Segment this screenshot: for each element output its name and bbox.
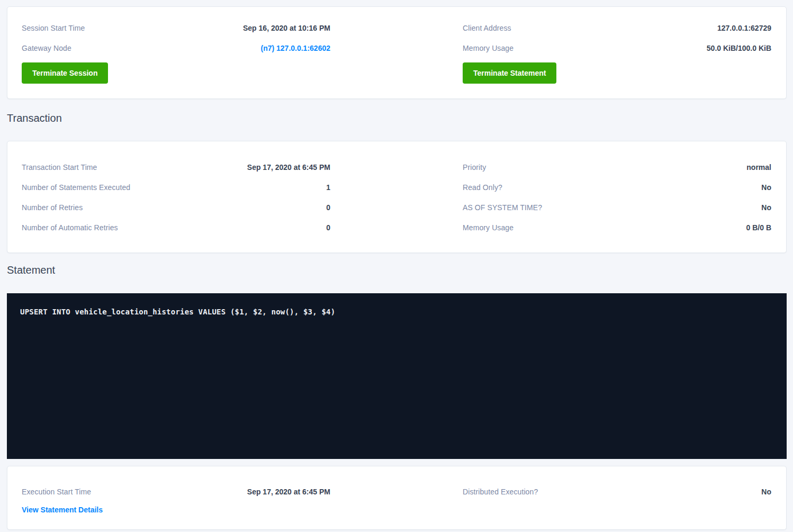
statement-heading: Statement	[7, 264, 787, 276]
transaction-card-left-column: Transaction Start Time Sep 17, 2020 at 6…	[22, 157, 330, 238]
distributed-execution-value: No	[761, 488, 771, 496]
transaction-memory-usage-value: 0 B/0 B	[746, 223, 771, 232]
statement-card-left-column: Execution Start Time Sep 17, 2020 at 6:4…	[22, 482, 330, 515]
sql-statement-text: UPSERT INTO vehicle_location_histories V…	[20, 308, 773, 316]
automatic-retries-label: Number of Automatic Retries	[22, 223, 118, 232]
view-statement-details-row: View Statement Details	[22, 504, 330, 515]
retries-value: 0	[326, 203, 330, 212]
statements-executed-value: 1	[326, 183, 330, 192]
session-card-left-column: Session Start Time Sep 16, 2020 at 10:16…	[22, 18, 330, 84]
statement-details-card: Execution Start Time Sep 17, 2020 at 6:4…	[7, 466, 787, 530]
transaction-memory-usage-label: Memory Usage	[463, 223, 513, 232]
automatic-retries-value: 0	[326, 223, 330, 232]
client-address-label: Client Address	[463, 24, 511, 32]
session-memory-usage-value: 50.0 KiB/100.0 KiB	[707, 44, 771, 52]
session-start-time-value: Sep 16, 2020 at 10:16 PM	[243, 24, 330, 32]
client-address-row: Client Address 127.0.0.1:62729	[463, 18, 771, 38]
session-start-time-label: Session Start Time	[22, 24, 85, 32]
read-only-value: No	[761, 183, 771, 192]
session-start-time-row: Session Start Time Sep 16, 2020 at 10:16…	[22, 18, 330, 38]
read-only-label: Read Only?	[463, 183, 502, 192]
priority-label: Priority	[463, 163, 486, 172]
transaction-start-time-label: Transaction Start Time	[22, 163, 97, 172]
gateway-node-row: Gateway Node (n7) 127.0.0.1:62602	[22, 38, 330, 58]
transaction-card: Transaction Start Time Sep 17, 2020 at 6…	[7, 141, 787, 253]
transaction-start-time-row: Transaction Start Time Sep 17, 2020 at 6…	[22, 157, 330, 177]
transaction-card-right-column: Priority normal Read Only? No AS OF SYST…	[463, 157, 771, 238]
terminate-statement-button[interactable]: Terminate Statement	[463, 62, 556, 84]
as-of-system-time-label: AS OF SYSTEM TIME?	[463, 203, 542, 212]
execution-start-time-label: Execution Start Time	[22, 488, 91, 496]
as-of-system-time-row: AS OF SYSTEM TIME? No	[463, 197, 771, 218]
gateway-node-label: Gateway Node	[22, 44, 71, 52]
terminate-session-button[interactable]: Terminate Session	[22, 62, 108, 84]
session-details-page: Session Start Time Sep 16, 2020 at 10:16…	[0, 0, 793, 532]
gateway-node-link[interactable]: (n7) 127.0.0.1:62602	[260, 44, 330, 52]
transaction-start-time-value: Sep 17, 2020 at 6:45 PM	[247, 163, 330, 172]
client-address-value: 127.0.0.1:62729	[717, 24, 771, 32]
as-of-system-time-value: No	[761, 203, 771, 212]
retries-row: Number of Retries 0	[22, 197, 330, 218]
distributed-execution-label: Distributed Execution?	[463, 488, 538, 496]
statements-executed-row: Number of Statements Executed 1	[22, 177, 330, 197]
distributed-execution-row: Distributed Execution? No	[463, 482, 771, 502]
view-statement-details-link[interactable]: View Statement Details	[22, 506, 103, 514]
transaction-memory-usage-row: Memory Usage 0 B/0 B	[463, 218, 771, 238]
sql-statement-box: UPSERT INTO vehicle_location_histories V…	[7, 293, 787, 459]
session-memory-usage-label: Memory Usage	[463, 44, 513, 52]
priority-row: Priority normal	[463, 157, 771, 177]
read-only-row: Read Only? No	[463, 177, 771, 197]
automatic-retries-row: Number of Automatic Retries 0	[22, 218, 330, 238]
session-memory-usage-row: Memory Usage 50.0 KiB/100.0 KiB	[463, 38, 771, 58]
retries-label: Number of Retries	[22, 203, 83, 212]
execution-start-time-row: Execution Start Time Sep 17, 2020 at 6:4…	[22, 482, 330, 502]
execution-start-time-value: Sep 17, 2020 at 6:45 PM	[247, 488, 330, 496]
statement-card-right-column: Distributed Execution? No	[463, 482, 771, 515]
session-card-right-column: Client Address 127.0.0.1:62729 Memory Us…	[463, 18, 771, 84]
statements-executed-label: Number of Statements Executed	[22, 183, 130, 192]
transaction-heading: Transaction	[7, 112, 787, 124]
priority-value: normal	[746, 163, 771, 172]
session-summary-card: Session Start Time Sep 16, 2020 at 10:16…	[7, 6, 787, 99]
